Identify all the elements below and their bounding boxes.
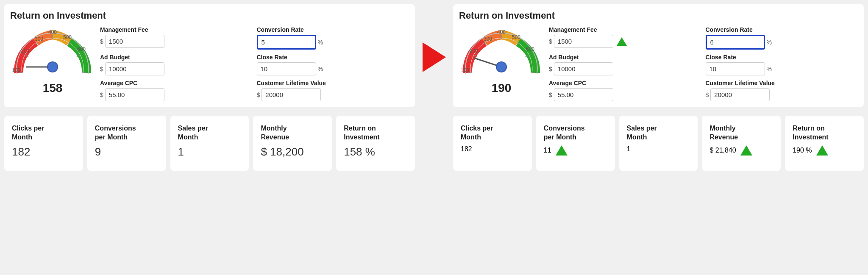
svg-text:100: 100	[12, 67, 20, 73]
left-clv-input[interactable]	[262, 88, 321, 101]
left-stat-revenue: MonthlyRevenue $ 18,200	[253, 116, 332, 171]
right-stat-revenue-arrow	[740, 145, 752, 156]
right-avg-cpc-input[interactable]	[554, 88, 613, 101]
right-ad-budget-input[interactable]	[554, 62, 613, 75]
left-ad-budget-prefix: $	[100, 66, 103, 72]
left-clv-row: $	[257, 88, 409, 101]
left-stat-roi: Return onInvestment 158 %	[336, 116, 415, 171]
right-ad-budget-row: $	[549, 62, 701, 75]
svg-text:300: 300	[35, 36, 43, 42]
left-stat-conversions: Conversionsper Month 9	[87, 116, 166, 171]
left-close-rate-label: Close Rate	[257, 54, 409, 61]
left-panel: Return on Investment	[4, 4, 415, 107]
right-close-rate-input[interactable]	[706, 62, 765, 75]
left-clv-prefix: $	[257, 92, 260, 98]
left-gauge-container: 100 200 300 400 500 600 158	[10, 26, 95, 95]
left-panel-title: Return on Investment	[10, 10, 409, 21]
right-avg-cpc-label: Average CPC	[549, 80, 701, 86]
left-management-fee-label: Management Fee	[100, 26, 253, 33]
left-stat-revenue-value: $ 18,200	[261, 145, 324, 158]
left-conversion-rate-group: Conversion Rate %	[257, 26, 409, 50]
right-conversion-rate-label: Conversion Rate	[706, 26, 858, 33]
right-close-rate-group: Close Rate %	[706, 54, 858, 75]
right-fields-container: Management Fee $ Conversion Rate %	[549, 26, 858, 101]
right-conversion-rate-row: %	[706, 35, 858, 50]
right-stat-revenue: MonthlyRevenue $ 21,840	[702, 116, 781, 171]
left-avg-cpc-row: $	[100, 88, 253, 101]
left-conversion-rate-suffix: %	[318, 39, 323, 46]
right-stat-roi-value-row: 190 %	[793, 145, 856, 156]
right-conversion-rate-group: Conversion Rate %	[706, 26, 858, 50]
left-stats-row: Clicks perMonth 182 Conversionsper Month…	[4, 116, 415, 171]
left-management-fee-group: Management Fee $	[100, 26, 253, 50]
left-close-rate-row: %	[257, 62, 409, 75]
right-close-rate-suffix: %	[767, 66, 772, 72]
right-management-fee-row: $	[549, 35, 701, 48]
right-stat-revenue-value: $ 21,840	[709, 147, 736, 154]
right-clv-group: Customer Lifetime Value $	[706, 80, 858, 101]
left-stat-sales-label: Sales perMonth	[178, 124, 242, 142]
right-panel: Return on Investment	[453, 4, 864, 107]
right-gauge-svg: 100 200 300 400 500 600	[459, 26, 544, 86]
left-management-fee-prefix: $	[100, 38, 103, 45]
left-close-rate-group: Close Rate %	[257, 54, 409, 75]
right-avg-cpc-prefix: $	[549, 92, 552, 98]
svg-text:100: 100	[461, 67, 469, 73]
right-stat-revenue-value-row: $ 21,840	[709, 145, 773, 156]
left-conversion-rate-row: %	[257, 35, 409, 50]
right-avg-cpc-group: Average CPC $	[549, 80, 701, 101]
right-clv-prefix: $	[706, 92, 709, 98]
left-ad-budget-label: Ad Budget	[100, 54, 253, 61]
left-stat-clicks-value: 182	[12, 145, 75, 158]
left-panel-body: 100 200 300 400 500 600 158	[10, 26, 409, 101]
left-conversion-rate-input[interactable]	[257, 35, 316, 50]
right-stat-revenue-label: MonthlyRevenue	[709, 124, 773, 142]
right-management-fee-input[interactable]	[554, 35, 613, 48]
right-stat-conversions: Conversionsper Month 11	[536, 116, 615, 171]
right-management-fee-arrow	[617, 37, 627, 46]
right-conversion-rate-input[interactable]	[706, 35, 765, 50]
right-stat-conversions-value-row: 11	[544, 145, 607, 156]
left-fields-container: Management Fee $ Conversion Rate %	[100, 26, 409, 101]
svg-text:300: 300	[484, 36, 492, 42]
right-clv-input[interactable]	[710, 88, 770, 101]
right-gauge-container: 100 200 300 400 500 600 190	[459, 26, 544, 95]
right-stat-roi-label: Return onInvestment	[793, 124, 856, 142]
right-stat-sales: Sales perMonth 1	[619, 116, 698, 171]
svg-text:400: 400	[48, 29, 57, 35]
left-stat-conversions-label: Conversionsper Month	[95, 124, 159, 142]
right-stat-clicks-value-row: 182	[461, 145, 524, 153]
left-management-fee-row: $	[100, 35, 253, 48]
right-management-fee-prefix: $	[549, 38, 552, 45]
svg-text:500: 500	[63, 34, 72, 40]
left-close-rate-input[interactable]	[257, 62, 316, 75]
left-gauge-svg: 100 200 300 400 500 600	[10, 26, 95, 86]
left-avg-cpc-label: Average CPC	[100, 80, 253, 86]
right-stat-roi: Return onInvestment 190 %	[785, 116, 864, 171]
right-avg-cpc-row: $	[549, 88, 701, 101]
svg-point-14	[47, 62, 58, 72]
left-stat-clicks-label: Clicks perMonth	[12, 124, 75, 142]
left-ad-budget-input[interactable]	[105, 62, 164, 75]
right-section: Return on Investment	[453, 4, 864, 171]
svg-point-29	[496, 62, 506, 72]
left-stat-sales: Sales perMonth 1	[170, 116, 249, 171]
svg-text:400: 400	[497, 29, 506, 35]
left-management-fee-input[interactable]	[105, 35, 164, 48]
left-avg-cpc-group: Average CPC $	[100, 80, 253, 101]
right-stat-clicks-label: Clicks perMonth	[461, 124, 524, 142]
left-ad-budget-group: Ad Budget $	[100, 54, 253, 75]
left-avg-cpc-input[interactable]	[105, 88, 164, 101]
svg-text:600: 600	[77, 46, 86, 52]
right-close-rate-row: %	[706, 62, 858, 75]
left-section: Return on Investment	[4, 4, 415, 171]
right-stat-conversions-value: 11	[544, 147, 551, 154]
left-stat-roi-value: 158 %	[344, 145, 407, 158]
left-gauge-value: 158	[43, 81, 63, 95]
right-stat-roi-value: 190 %	[793, 147, 812, 154]
right-conversion-rate-suffix: %	[767, 39, 772, 46]
right-stats-row: Clicks perMonth 182 Conversionsper Month…	[453, 116, 864, 171]
right-close-rate-label: Close Rate	[706, 54, 858, 61]
right-ad-budget-group: Ad Budget $	[549, 54, 701, 75]
left-stat-clicks: Clicks perMonth 182	[4, 116, 83, 171]
